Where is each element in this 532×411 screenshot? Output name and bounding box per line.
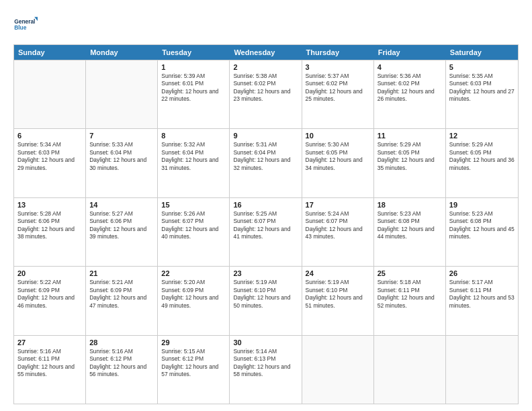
cell-info: Sunrise: 5:19 AMSunset: 6:10 PMDaylight:…: [233, 279, 290, 308]
calendar-day-19: 19Sunrise: 5:23 AMSunset: 6:08 PMDayligh…: [446, 198, 518, 266]
cell-info: Sunrise: 5:18 AMSunset: 6:11 PMDaylight:…: [378, 279, 435, 308]
day-number: 13: [17, 201, 82, 209]
header-day-saturday: Saturday: [446, 45, 518, 60]
day-number: 21: [89, 269, 154, 277]
day-number: 24: [306, 269, 370, 277]
calendar-day-30: 30Sunrise: 5:14 AMSunset: 6:13 PMDayligh…: [230, 336, 302, 404]
header-day-monday: Monday: [86, 45, 158, 60]
calendar-day-10: 10Sunrise: 5:30 AMSunset: 6:05 PMDayligh…: [302, 129, 374, 197]
calendar-empty-cell: [302, 336, 374, 404]
day-number: 17: [306, 201, 370, 209]
calendar-day-9: 9Sunrise: 5:31 AMSunset: 6:04 PMDaylight…: [230, 129, 302, 197]
cell-info: Sunrise: 5:30 AMSunset: 6:05 PMDaylight:…: [306, 141, 363, 171]
day-number: 5: [449, 63, 515, 71]
calendar-day-16: 16Sunrise: 5:25 AMSunset: 6:07 PMDayligh…: [230, 198, 302, 266]
day-number: 19: [449, 201, 515, 209]
cell-info: Sunrise: 5:19 AMSunset: 6:10 PMDaylight:…: [306, 279, 363, 308]
calendar-day-28: 28Sunrise: 5:16 AMSunset: 6:12 PMDayligh…: [86, 336, 158, 404]
calendar-week-2: 6Sunrise: 5:34 AMSunset: 6:03 PMDaylight…: [14, 128, 518, 197]
cell-info: Sunrise: 5:20 AMSunset: 6:09 PMDaylight:…: [161, 279, 218, 308]
calendar-day-29: 29Sunrise: 5:15 AMSunset: 6:12 PMDayligh…: [158, 336, 230, 404]
day-number: 16: [233, 201, 298, 209]
calendar-day-17: 17Sunrise: 5:24 AMSunset: 6:07 PMDayligh…: [302, 198, 374, 266]
calendar-day-15: 15Sunrise: 5:26 AMSunset: 6:07 PMDayligh…: [158, 198, 230, 266]
cell-info: Sunrise: 5:32 AMSunset: 6:04 PMDaylight:…: [161, 141, 218, 171]
cell-info: Sunrise: 5:16 AMSunset: 6:11 PMDaylight:…: [17, 348, 75, 377]
logo: General Blue: [13, 12, 38, 36]
svg-text:Blue: Blue: [14, 24, 27, 31]
header-day-friday: Friday: [374, 45, 446, 60]
calendar-day-2: 2Sunrise: 5:38 AMSunset: 6:02 PMDaylight…: [230, 60, 302, 128]
cell-info: Sunrise: 5:35 AMSunset: 6:03 PMDaylight:…: [449, 73, 515, 102]
calendar-day-4: 4Sunrise: 5:36 AMSunset: 6:02 PMDaylight…: [374, 60, 446, 128]
day-number: 25: [378, 269, 442, 277]
calendar-day-18: 18Sunrise: 5:23 AMSunset: 6:08 PMDayligh…: [374, 198, 446, 266]
day-number: 7: [89, 132, 154, 140]
cell-info: Sunrise: 5:29 AMSunset: 6:05 PMDaylight:…: [378, 141, 435, 171]
cell-info: Sunrise: 5:39 AMSunset: 6:01 PMDaylight:…: [161, 73, 218, 102]
svg-text:General: General: [14, 18, 35, 25]
calendar-day-12: 12Sunrise: 5:29 AMSunset: 6:05 PMDayligh…: [446, 129, 518, 197]
calendar-empty-cell: [14, 60, 86, 128]
cell-info: Sunrise: 5:29 AMSunset: 6:05 PMDaylight:…: [449, 141, 515, 171]
header-day-sunday: Sunday: [14, 45, 86, 60]
calendar-day-14: 14Sunrise: 5:27 AMSunset: 6:06 PMDayligh…: [86, 198, 158, 266]
cell-info: Sunrise: 5:38 AMSunset: 6:02 PMDaylight:…: [233, 73, 290, 102]
calendar-day-24: 24Sunrise: 5:19 AMSunset: 6:10 PMDayligh…: [302, 267, 374, 334]
day-number: 22: [161, 269, 226, 277]
cell-info: Sunrise: 5:23 AMSunset: 6:08 PMDaylight:…: [449, 210, 515, 240]
header: General Blue: [13, 12, 519, 36]
cell-info: Sunrise: 5:37 AMSunset: 6:02 PMDaylight:…: [306, 73, 363, 102]
page: General Blue SundayMondayTuesdayWednesda…: [0, 0, 532, 411]
calendar-day-7: 7Sunrise: 5:33 AMSunset: 6:04 PMDaylight…: [86, 129, 158, 197]
day-number: 29: [161, 338, 226, 347]
calendar-body: 1Sunrise: 5:39 AMSunset: 6:01 PMDaylight…: [14, 60, 518, 404]
cell-info: Sunrise: 5:23 AMSunset: 6:08 PMDaylight:…: [378, 210, 435, 240]
cell-info: Sunrise: 5:25 AMSunset: 6:07 PMDaylight:…: [233, 210, 290, 240]
cell-info: Sunrise: 5:28 AMSunset: 6:06 PMDaylight:…: [17, 210, 75, 240]
cell-info: Sunrise: 5:16 AMSunset: 6:12 PMDaylight:…: [89, 348, 146, 377]
cell-info: Sunrise: 5:24 AMSunset: 6:07 PMDaylight:…: [306, 210, 363, 240]
day-number: 20: [17, 269, 82, 277]
cell-info: Sunrise: 5:33 AMSunset: 6:04 PMDaylight:…: [89, 141, 146, 171]
day-number: 15: [161, 201, 226, 209]
calendar-day-22: 22Sunrise: 5:20 AMSunset: 6:09 PMDayligh…: [158, 267, 230, 334]
calendar-day-21: 21Sunrise: 5:21 AMSunset: 6:09 PMDayligh…: [86, 267, 158, 334]
calendar-day-6: 6Sunrise: 5:34 AMSunset: 6:03 PMDaylight…: [14, 129, 86, 197]
day-number: 10: [306, 132, 370, 140]
logo-svg: General Blue: [13, 12, 38, 36]
cell-info: Sunrise: 5:26 AMSunset: 6:07 PMDaylight:…: [161, 210, 218, 240]
cell-info: Sunrise: 5:14 AMSunset: 6:13 PMDaylight:…: [233, 348, 290, 377]
day-number: 1: [161, 63, 226, 71]
calendar-empty-cell: [446, 336, 518, 404]
day-number: 2: [233, 63, 298, 71]
calendar-day-1: 1Sunrise: 5:39 AMSunset: 6:01 PMDaylight…: [158, 60, 230, 128]
calendar-week-5: 27Sunrise: 5:16 AMSunset: 6:11 PMDayligh…: [14, 335, 518, 404]
calendar-header: SundayMondayTuesdayWednesdayThursdayFrid…: [14, 45, 518, 60]
calendar-day-23: 23Sunrise: 5:19 AMSunset: 6:10 PMDayligh…: [230, 267, 302, 334]
calendar-week-1: 1Sunrise: 5:39 AMSunset: 6:01 PMDaylight…: [14, 60, 518, 128]
calendar-day-20: 20Sunrise: 5:22 AMSunset: 6:09 PMDayligh…: [14, 267, 86, 334]
calendar-day-26: 26Sunrise: 5:17 AMSunset: 6:11 PMDayligh…: [446, 267, 518, 334]
calendar-day-5: 5Sunrise: 5:35 AMSunset: 6:03 PMDaylight…: [446, 60, 518, 128]
calendar: SundayMondayTuesdayWednesdayThursdayFrid…: [13, 44, 519, 404]
day-number: 26: [449, 269, 515, 277]
day-number: 8: [161, 132, 226, 140]
day-number: 28: [89, 338, 154, 347]
day-number: 23: [233, 269, 298, 277]
calendar-empty-cell: [86, 60, 158, 128]
cell-info: Sunrise: 5:27 AMSunset: 6:06 PMDaylight:…: [89, 210, 146, 240]
cell-info: Sunrise: 5:36 AMSunset: 6:02 PMDaylight:…: [378, 73, 435, 102]
calendar-week-3: 13Sunrise: 5:28 AMSunset: 6:06 PMDayligh…: [14, 197, 518, 266]
day-number: 12: [449, 132, 515, 140]
day-number: 11: [378, 132, 442, 140]
cell-info: Sunrise: 5:22 AMSunset: 6:09 PMDaylight:…: [17, 279, 75, 308]
day-number: 14: [89, 201, 154, 209]
cell-info: Sunrise: 5:31 AMSunset: 6:04 PMDaylight:…: [233, 141, 290, 171]
day-number: 30: [233, 338, 298, 347]
calendar-week-4: 20Sunrise: 5:22 AMSunset: 6:09 PMDayligh…: [14, 266, 518, 334]
day-number: 27: [17, 338, 82, 347]
day-number: 4: [378, 63, 442, 71]
day-number: 6: [17, 132, 82, 140]
header-day-thursday: Thursday: [302, 45, 374, 60]
